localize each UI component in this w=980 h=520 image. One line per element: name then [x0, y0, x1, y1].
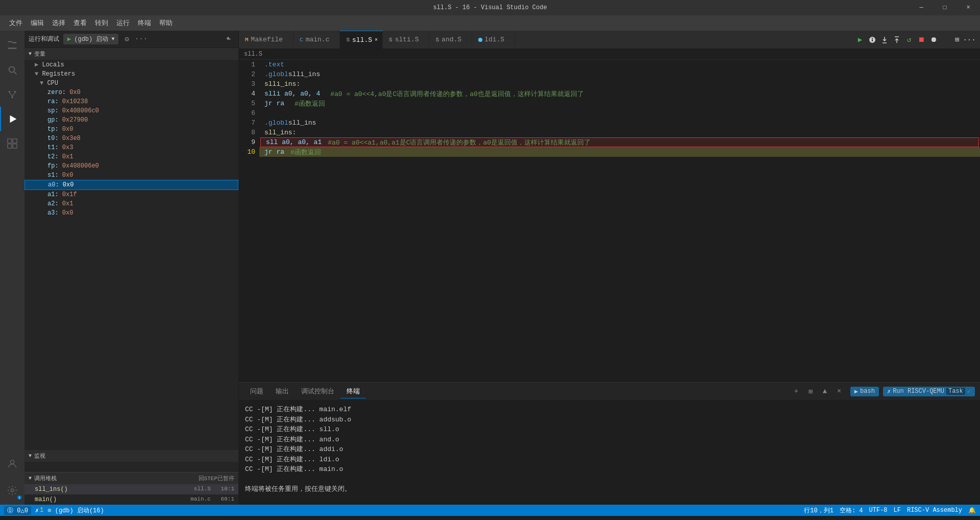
reg-t1[interactable]: t1: 0x3	[24, 143, 238, 152]
locals-header[interactable]: ▶ Locals	[24, 60, 238, 69]
close-button[interactable]: ×	[957, 0, 980, 15]
minimize-button[interactable]: ─	[910, 0, 933, 15]
svg-point-2	[9, 91, 11, 93]
menu-terminal[interactable]: 终端	[134, 17, 155, 29]
menu-run[interactable]: 运行	[112, 17, 134, 29]
restart-button[interactable]: ↺	[903, 34, 915, 45]
reg-t0[interactable]: t0: 0x3e8	[24, 134, 238, 143]
bash-label[interactable]: ▶ bash	[850, 387, 879, 396]
call-stack-item-main[interactable]: main() main.c 60:1	[24, 494, 238, 505]
tab-makefile-label: Makefile	[251, 36, 283, 43]
panel-add-button[interactable]: +	[790, 385, 802, 397]
status-debug[interactable]: ⊙ (gdb) 启动(16)	[47, 506, 104, 515]
debug-refresh-icon[interactable]	[222, 33, 234, 45]
reg-tp[interactable]: tp: 0x0	[24, 125, 238, 134]
status-warnings[interactable]: ✗1	[35, 507, 43, 514]
terminal-labels: ▶ bash ✗ Run RISCV-QEMU Task ✓	[850, 387, 975, 396]
terminal-line-11: > Executing task: echo Starting RISCV-QE…	[245, 504, 974, 505]
watch-section-header[interactable]: ▼ 监视	[24, 450, 238, 462]
split-editor-button[interactable]: ⊞	[951, 34, 963, 45]
variables-section-header[interactable]: ▼ 变量	[24, 48, 238, 60]
reg-a2[interactable]: a2: 0x1	[24, 199, 238, 208]
panel-maximize-button[interactable]: ▲	[819, 385, 831, 397]
reg-gp[interactable]: gp: 0x27900	[24, 115, 238, 125]
call-stack-file-sll: sll.S 10:1	[194, 486, 234, 493]
reg-ra[interactable]: ra: 0x10238	[24, 97, 238, 106]
step-into-button[interactable]	[879, 34, 890, 45]
stop-button[interactable]: ⏹	[916, 34, 927, 45]
status-encoding[interactable]: UTF-8	[869, 507, 888, 514]
menu-edit[interactable]: 编辑	[27, 17, 48, 29]
debug-gear-icon[interactable]: ⚙	[120, 33, 133, 45]
status-bell-icon[interactable]: 🔔	[968, 507, 976, 514]
tab-debug-console[interactable]: 调试控制台	[295, 385, 340, 398]
step-over-button[interactable]	[867, 34, 878, 45]
tab-slls-close[interactable]: ×	[372, 36, 380, 44]
panel-split-button[interactable]: ⊞	[804, 385, 817, 397]
status-errors[interactable]: ⓪ 0△0	[4, 506, 31, 515]
maximize-button[interactable]: □	[933, 0, 957, 15]
editor-area: M Makefile C main.c S sll.S × S slti.S S…	[239, 31, 980, 505]
tab-problems[interactable]: 问题	[244, 385, 270, 398]
account-icon[interactable]	[0, 452, 24, 476]
task-tag: Task	[946, 388, 965, 395]
activity-bar: 1	[0, 31, 24, 505]
status-spaces[interactable]: 空格: 4	[840, 506, 863, 515]
menu-select[interactable]: 选择	[48, 17, 69, 29]
debug-config-selector[interactable]: ▶ (gdb) 启动 ▼	[63, 34, 118, 44]
registers-header[interactable]: ▼ Registers	[24, 69, 238, 79]
reg-s1[interactable]: s1: 0x0	[24, 171, 238, 180]
tab-mainc[interactable]: C main.c	[293, 31, 340, 49]
svg-point-4	[11, 97, 13, 99]
call-stack-item-sll[interactable]: sll_ins() sll.S 10:1	[24, 484, 238, 494]
svg-marker-7	[10, 115, 17, 123]
reg-fp[interactable]: fp: 0x408006e0	[24, 161, 238, 171]
tab-sltis[interactable]: S slti.S	[383, 31, 429, 49]
reg-t2[interactable]: t2: 0x1	[24, 152, 238, 161]
menu-help[interactable]: 帮助	[155, 17, 177, 29]
call-stack-section-header[interactable]: ▼ 调用堆栈 回STEP已暂停	[24, 472, 238, 484]
step-out-button[interactable]	[891, 34, 902, 45]
reg-zero[interactable]: zero: 0x0	[24, 88, 238, 97]
sidebar: 运行和调试 ▶ (gdb) 启动 ▼ ⚙ ··· ▼ 变量 ▶ Locals ▼	[24, 31, 239, 505]
reg-a0[interactable]: a0: 0x0	[24, 180, 238, 190]
editor-scroll[interactable]: 1 2 3 4 5 6 7 8 9 10	[239, 60, 980, 382]
status-language[interactable]: RISC-V Assembly	[907, 507, 962, 514]
tab-makefile[interactable]: M Makefile	[239, 31, 293, 49]
status-line-col[interactable]: 行10，列1	[804, 506, 834, 515]
reg-a1[interactable]: a1: 0x1f	[24, 190, 238, 199]
status-eol[interactable]: LF	[894, 507, 901, 514]
breakpoints-button[interactable]: ⏺	[928, 34, 939, 45]
settings-icon[interactable]: 1	[0, 478, 24, 503]
panel-close-button[interactable]: ×	[833, 385, 845, 397]
run-debug-icon[interactable]	[0, 107, 24, 131]
reg-a3[interactable]: a3: 0x0	[24, 208, 238, 218]
cpu-header[interactable]: ▼ CPU	[24, 79, 238, 88]
tab-output[interactable]: 输出	[270, 385, 295, 398]
linenum-1: 1	[239, 60, 255, 69]
terminal-content[interactable]: CC -[M] 正在构建... main.elf CC -[M] 正在构建...…	[239, 400, 980, 505]
menu-goto[interactable]: 转到	[91, 17, 112, 29]
breadcrumb: sll.S	[239, 49, 980, 60]
tab-terminal[interactable]: 终端	[340, 385, 366, 398]
riscv-task-label[interactable]: ✗ Run RISCV-QEMU Task ✓	[883, 387, 975, 396]
debug-more-icon[interactable]: ···	[135, 33, 147, 45]
reg-sp[interactable]: sp: 0x408006c0	[24, 106, 238, 115]
continue-button[interactable]: ▶	[854, 34, 866, 45]
debug-config-label: (gdb) 启动	[74, 35, 108, 43]
linenum-2: 2	[239, 69, 255, 79]
extensions-icon[interactable]	[0, 131, 24, 156]
editor-more-button[interactable]: ···	[964, 34, 975, 45]
mainc-icon: C	[300, 37, 303, 43]
menu-file[interactable]: 文件	[5, 17, 27, 29]
explorer-icon[interactable]	[0, 33, 24, 58]
menu-view[interactable]: 查看	[69, 17, 91, 29]
terminal-line-4: CC -[M] 正在构建... and.o	[245, 435, 974, 445]
menu-bar: 文件 编辑 选择 查看 转到 运行 终端 帮助	[0, 15, 980, 31]
tab-ands[interactable]: S and.S	[430, 31, 473, 49]
search-icon[interactable]	[0, 58, 24, 82]
code-line-2: .globl slli_ins	[259, 69, 980, 79]
source-control-icon[interactable]	[0, 82, 24, 107]
tab-ldis[interactable]: ldi.S	[472, 31, 515, 49]
tab-slls[interactable]: S sll.S ×	[340, 31, 383, 49]
